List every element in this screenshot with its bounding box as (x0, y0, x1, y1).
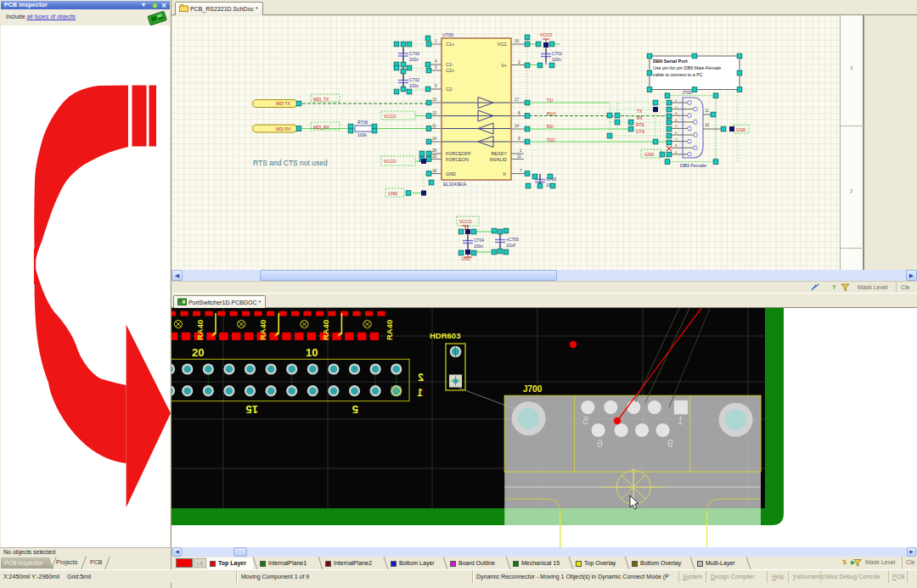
svg-text:8: 8 (675, 143, 678, 148)
svg-text:14: 14 (515, 124, 520, 128)
svg-text:MDI RX: MDI RX (276, 126, 291, 132)
svg-text:READY: READY (491, 151, 507, 156)
svg-text:FORCEOFF: FORCEOFF (446, 151, 471, 156)
svg-text:RA40: RA40 (321, 320, 330, 340)
svg-text:10uF: 10uF (506, 243, 515, 248)
svg-text:U700: U700 (442, 32, 453, 37)
svg-text:DB9 Female: DB9 Female (680, 163, 706, 168)
svg-text:18: 18 (432, 169, 437, 173)
svg-text:R706: R706 (357, 120, 368, 125)
svg-text:MDI_RX: MDI_RX (313, 125, 330, 130)
svg-text:5: 5 (675, 124, 678, 128)
svg-text:4: 4 (675, 118, 678, 122)
svg-text:11: 11 (517, 154, 521, 159)
svg-text:V-: V- (503, 171, 507, 176)
svg-text:4: 4 (435, 59, 437, 64)
svg-text:5: 5 (352, 403, 358, 416)
svg-text:1: 1 (435, 39, 437, 43)
svg-text:9: 9 (667, 438, 673, 450)
svg-text:HDR603: HDR603 (430, 331, 460, 340)
svg-text:VCCO: VCCO (459, 219, 472, 224)
svg-text:11: 11 (432, 124, 436, 128)
svg-text:GND: GND (446, 171, 456, 176)
svg-text:6: 6 (597, 438, 603, 450)
svg-text:14: 14 (432, 137, 437, 141)
svg-text:MDI TX: MDI TX (276, 101, 291, 106)
svg-text:100n: 100n (409, 57, 419, 62)
svg-text:+C705: +C705 (506, 237, 519, 242)
svg-text:20: 20 (192, 346, 204, 359)
svg-text:VCCO: VCCO (384, 114, 397, 119)
svg-text:11: 11 (705, 109, 709, 113)
svg-text:12: 12 (432, 111, 437, 115)
svg-text:2: 2 (518, 60, 520, 64)
svg-text:100n: 100n (552, 57, 561, 62)
svg-text:cable to connect to a PC: cable to connect to a PC (653, 72, 703, 77)
svg-text:C1+: C1+ (446, 42, 454, 47)
svg-text:DB9 Serial Port: DB9 Serial Port (653, 59, 688, 64)
svg-text:10: 10 (705, 123, 710, 127)
svg-text:J700: J700 (523, 384, 543, 394)
svg-text:1: 1 (675, 98, 678, 103)
svg-text:Use pin-for-pin DB9 Male-Femal: Use pin-for-pin DB9 Male-Female (653, 65, 721, 70)
svg-text:100k: 100k (357, 132, 367, 137)
svg-text:EL3243EIA: EL3243EIA (443, 182, 467, 187)
svg-text:RA40: RA40 (258, 320, 267, 340)
svg-text:15: 15 (246, 403, 258, 416)
svg-text:RX: RX (637, 115, 644, 120)
svg-text:C702: C702 (409, 77, 419, 82)
svg-text:100n: 100n (474, 244, 483, 249)
svg-text:RA40: RA40 (195, 320, 205, 340)
svg-text:6: 6 (675, 131, 678, 135)
svg-text:8: 8 (518, 111, 520, 115)
svg-text:9: 9 (518, 137, 520, 141)
svg-text:GND: GND (736, 127, 746, 132)
svg-text:2: 2 (675, 105, 678, 109)
svg-text:C1-: C1- (446, 62, 453, 67)
svg-text:FORCEON: FORCEON (446, 157, 469, 162)
svg-text:GND: GND (388, 191, 398, 196)
svg-text:VCCO: VCCO (384, 159, 397, 164)
svg-text:C2+: C2+ (446, 68, 454, 73)
svg-text:9: 9 (675, 150, 678, 154)
svg-text:C700: C700 (409, 51, 419, 56)
svg-text:R1O: R1O (547, 111, 555, 116)
svg-text:RTS and CTS not used: RTS and CTS not used (253, 159, 328, 167)
svg-text:RTS: RTS (636, 122, 645, 127)
svg-text:J700: J700 (682, 90, 692, 95)
svg-text:INVALID: INVALID (489, 157, 507, 162)
svg-text:1: 1 (678, 415, 684, 427)
svg-text:2: 2 (418, 372, 424, 384)
svg-text:RA40: RA40 (385, 320, 394, 340)
svg-text:16: 16 (515, 39, 520, 43)
svg-text:28: 28 (432, 148, 437, 153)
svg-text:1: 1 (520, 148, 522, 153)
svg-text:17: 17 (515, 98, 520, 102)
svg-text:VCC: VCC (498, 42, 507, 47)
svg-text:C701: C701 (552, 51, 562, 56)
svg-text:MDI_TX: MDI_TX (313, 97, 329, 102)
svg-text:TX: TX (637, 109, 643, 114)
svg-text:C704: C704 (474, 238, 484, 243)
svg-text:VCCO: VCCO (540, 32, 553, 37)
svg-text:15: 15 (432, 154, 437, 159)
svg-text:T1I: T1I (547, 98, 553, 103)
svg-text:7: 7 (520, 169, 522, 173)
svg-text:5: 5 (435, 84, 437, 88)
svg-text:T2O: T2O (547, 137, 555, 143)
svg-text:C2-: C2- (446, 87, 453, 92)
svg-text:13: 13 (432, 98, 437, 102)
svg-text:7: 7 (675, 137, 678, 142)
svg-text:GND: GND (644, 152, 655, 157)
svg-text:10: 10 (306, 346, 318, 359)
svg-text:1: 1 (417, 387, 423, 399)
svg-text:3: 3 (675, 111, 678, 115)
svg-text:5: 5 (582, 415, 588, 427)
svg-text:V+: V+ (501, 63, 507, 68)
svg-text:CTS: CTS (636, 129, 645, 134)
svg-text:100n: 100n (409, 83, 419, 88)
svg-text:3: 3 (435, 65, 437, 70)
svg-text:R2I: R2I (547, 124, 554, 129)
